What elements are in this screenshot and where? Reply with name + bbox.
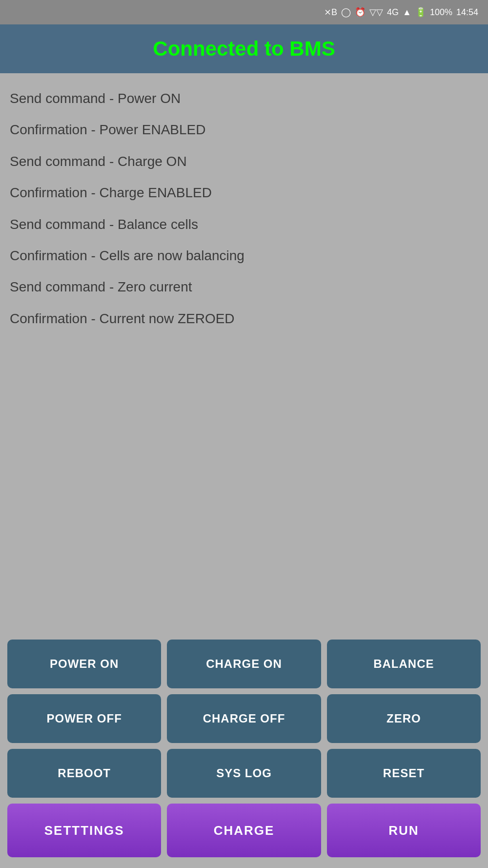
settings-button[interactable]: SETTTINGS (7, 804, 161, 857)
button-row-1: POWER ON CHARGE ON BALANCE (7, 640, 481, 688)
button-row-2: POWER OFF CHARGE OFF ZERO (7, 694, 481, 743)
log-area: Send command - Power ONConfirmation - Po… (0, 73, 488, 653)
log-entry: Confirmation - Cells are now balancing (10, 240, 478, 271)
bluetooth-icon: ◯ (341, 7, 351, 18)
log-entry: Send command - Balance cells (10, 209, 478, 240)
charge-on-button[interactable]: CHARGE ON (167, 640, 321, 688)
wifi-icon: ▽▽ (369, 7, 383, 18)
log-entry: Confirmation - Charge ENABLED (10, 177, 478, 208)
run-button[interactable]: RUN (327, 804, 481, 857)
log-entry: Confirmation - Current now ZEROED (10, 303, 478, 334)
reboot-button[interactable]: REBOOT (7, 749, 161, 798)
balance-button[interactable]: BALANCE (327, 640, 481, 688)
button-area: POWER ON CHARGE ON BALANCE POWER OFF CHA… (0, 635, 488, 868)
button-row-4: SETTTINGS CHARGE RUN (7, 804, 481, 857)
log-entry: Send command - Zero current (10, 271, 478, 303)
signal-bars-icon: ▲ (403, 7, 411, 18)
bluetooth-icon: ⨯B (324, 7, 337, 18)
app-header: Connected to BMS (0, 24, 488, 73)
log-entry: Send command - Power ON (10, 83, 478, 114)
log-entry: Confirmation - Power ENABLED (10, 114, 478, 145)
charge-off-button[interactable]: CHARGE OFF (167, 694, 321, 743)
battery-percent: 100% (430, 7, 452, 18)
log-messages-list: Send command - Power ONConfirmation - Po… (10, 83, 478, 334)
button-row-3: REBOOT SYS LOG RESET (7, 749, 481, 798)
alarm-icon: ⏰ (355, 7, 366, 18)
zero-button[interactable]: ZERO (327, 694, 481, 743)
status-bar: ⨯B ◯ ⏰ ▽▽ 4G ▲ 🔋 100% 14:54 (0, 0, 488, 24)
signal-indicator: 4G (387, 7, 399, 18)
power-on-button[interactable]: POWER ON (7, 640, 161, 688)
clock: 14:54 (456, 7, 478, 18)
reset-button[interactable]: RESET (327, 749, 481, 798)
connection-status-title: Connected to BMS (153, 37, 335, 61)
power-off-button[interactable]: POWER OFF (7, 694, 161, 743)
log-entry: Send command - Charge ON (10, 146, 478, 177)
syslog-button[interactable]: SYS LOG (167, 749, 321, 798)
charge-button[interactable]: CHARGE (167, 804, 321, 857)
battery-icon: 🔋 (415, 7, 426, 18)
